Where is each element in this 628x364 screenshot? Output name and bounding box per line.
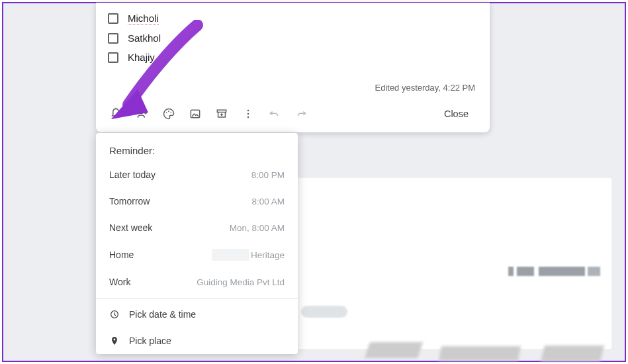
archive-icon	[215, 107, 228, 120]
reminder-option-later-today[interactable]: Later today 8:00 PM	[96, 161, 298, 188]
reminder-option-value: Heritage	[212, 249, 285, 261]
reminder-option-value: 8:00 PM	[251, 170, 285, 180]
pick-place[interactable]: Pick place	[96, 328, 298, 354]
redo-icon	[294, 107, 308, 120]
checklist-item-label[interactable]: Micholi	[128, 13, 159, 24]
checklist: Micholi Satkhol Khajiy	[96, 3, 490, 67]
image-icon	[189, 107, 202, 120]
bg-pixel	[588, 267, 600, 276]
background-options-button[interactable]	[156, 102, 182, 126]
collaborator-button[interactable]	[129, 102, 156, 126]
reminder-option-label: Tomorrow	[109, 196, 150, 206]
more-vert-icon	[242, 107, 255, 120]
bg-pixel	[508, 267, 514, 276]
bg-shadow	[365, 342, 423, 358]
pick-date-time[interactable]: Pick date & time	[96, 301, 298, 328]
redo-button[interactable]	[288, 102, 314, 126]
reminder-option-label: Next week	[109, 222, 152, 233]
reminder-option-value: Mon, 8:00 AM	[230, 223, 285, 233]
checkbox-icon[interactable]	[108, 13, 118, 24]
svg-point-7	[247, 113, 249, 115]
checklist-item[interactable]: Micholi	[108, 9, 478, 28]
checklist-item-label[interactable]: Khajiy	[128, 52, 155, 63]
reminder-option-work[interactable]: Work Guiding Media Pvt Ltd	[96, 269, 298, 295]
svg-point-6	[247, 110, 249, 112]
reminder-title: Reminder:	[96, 133, 298, 161]
bg-badge	[301, 306, 347, 318]
place-icon	[109, 336, 120, 346]
checklist-item[interactable]: Satkhol	[108, 28, 478, 48]
divider	[96, 298, 298, 298]
svg-rect-5	[217, 110, 226, 112]
checkbox-icon[interactable]	[108, 33, 118, 44]
checklist-item-label[interactable]: Satkhol	[128, 32, 161, 44]
svg-point-8	[247, 116, 249, 118]
note-card: Micholi Satkhol Khajiy Edited yesterday,…	[96, 3, 490, 132]
clock-icon	[109, 309, 120, 320]
bg-pixel	[539, 267, 585, 276]
remind-me-button[interactable]	[103, 102, 129, 126]
note-toolbar: Close	[96, 97, 490, 132]
background-card	[294, 177, 612, 349]
reminder-option-next-week[interactable]: Next week Mon, 8:00 AM	[96, 214, 298, 241]
close-button[interactable]: Close	[429, 103, 483, 124]
reminder-option-value: Guiding Media Pvt Ltd	[197, 277, 285, 287]
reminder-option-home[interactable]: Home Heritage	[96, 241, 298, 269]
svg-point-10	[114, 339, 116, 341]
undo-button[interactable]	[261, 102, 288, 126]
redacted-text	[212, 249, 249, 261]
undo-icon	[268, 107, 281, 120]
reminder-option-tomorrow[interactable]: Tomorrow 8:00 AM	[96, 188, 298, 214]
checklist-item[interactable]: Khajiy	[108, 48, 478, 67]
reminder-menu: Reminder: Later today 8:00 PM Tomorrow 8…	[96, 133, 298, 354]
reminder-option-value: 8:00 AM	[251, 197, 285, 206]
svg-point-1	[166, 112, 167, 113]
person-add-icon	[136, 107, 149, 120]
palette-icon	[162, 107, 175, 120]
archive-button[interactable]	[208, 102, 235, 126]
svg-point-2	[168, 111, 169, 112]
bg-pixel	[517, 267, 534, 276]
reminder-option-label: Later today	[109, 169, 156, 180]
svg-point-3	[170, 112, 171, 113]
svg-point-0	[140, 110, 143, 113]
bell-icon	[109, 107, 122, 120]
pick-place-label: Pick place	[129, 336, 171, 346]
reminder-option-label: Work	[109, 277, 130, 287]
more-button[interactable]	[235, 102, 261, 126]
bg-shadow	[541, 345, 604, 361]
add-image-button[interactable]	[182, 102, 208, 126]
edited-timestamp: Edited yesterday, 4:22 PM	[96, 67, 490, 97]
bg-shadow	[439, 346, 521, 361]
reminder-option-label: Home	[109, 250, 134, 260]
pick-date-label: Pick date & time	[129, 309, 196, 320]
checkbox-icon[interactable]	[108, 52, 118, 63]
